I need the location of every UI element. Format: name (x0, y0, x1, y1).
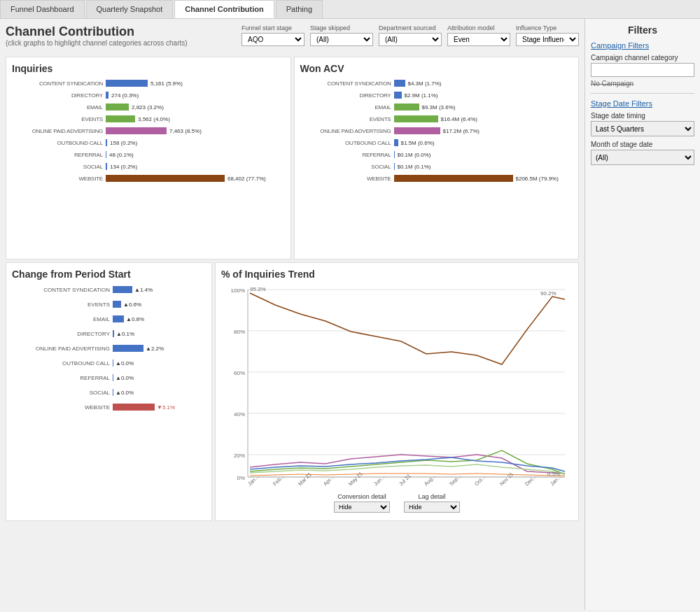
list-item: CONTENT SYNDICATION 5,161 (5.9%) (12, 78, 285, 88)
month-label: Month of stage date (591, 141, 694, 148)
bar-value: $2.9M (1.1%) (405, 92, 438, 99)
list-item: ONLINE PAID ADVERTISING $17.2M (6.7%) (300, 126, 573, 136)
bar-label: ONLINE PAID ADVERTISING (12, 128, 103, 134)
month-select[interactable]: (All) (591, 150, 694, 165)
stage-skipped-select[interactable]: (All) (310, 33, 373, 46)
change-panel: Change from Period Start CONTENT SYNDICA… (6, 262, 212, 521)
bar-value: $1.5M (0.6%) (401, 140, 435, 146)
stage-date-timing-select[interactable]: Last 5 Quarters (591, 121, 694, 136)
bar-label: EVENTS (300, 116, 391, 122)
svg-text:60%: 60% (234, 370, 245, 376)
list-item: CONTENT SYNDICATION $4.3M (1.7%) (300, 78, 573, 88)
bar-value: 5,161 (5.9%) (150, 80, 183, 87)
bar-label: OUTBOUND CALL (12, 140, 103, 146)
bar-label: WEBSITE (300, 176, 391, 182)
bar-value: 68,402 (77.7%) (227, 176, 266, 182)
change-bar-label: ONLINE PAID ADVERTISING (12, 346, 110, 352)
change-value: ▲0.8% (126, 316, 144, 322)
bar-value: $206.5M (79.9%) (516, 176, 559, 182)
inquiries-chart: CONTENT SYNDICATION 5,161 (5.9%) DIRECTO… (12, 78, 285, 183)
change-value: ▲1.4% (134, 287, 153, 293)
attribution-filter: Attribution model Even (447, 24, 510, 46)
bar-label: SOCIAL (12, 164, 103, 170)
svg-text:40%: 40% (234, 411, 245, 418)
svg-text:95.3%: 95.3% (250, 286, 266, 292)
list-item: OUTBOUND CALL ▲0.0% (12, 357, 206, 369)
change-bar-label: EMAIL (12, 316, 110, 322)
change-value: ▲0.6% (123, 301, 141, 308)
inquiries-panel: Inquiries CONTENT SYNDICATION 5,161 (5.9… (6, 57, 291, 259)
campaign-filters-link[interactable]: Campaign Filters (591, 41, 694, 50)
change-value: ▲0.0% (115, 360, 134, 367)
list-item: DIRECTORY ▲0.1% (12, 328, 206, 339)
tab-channel-contribution[interactable]: Channel Contribution (174, 0, 274, 18)
change-bar-label: WEBSITE (12, 404, 110, 411)
list-item: EMAIL 2,823 (3.2%) (12, 102, 285, 112)
svg-text:Aug...: Aug... (423, 473, 437, 487)
list-item: ONLINE PAID ADVERTISING ▲2.2% (12, 343, 206, 354)
tab-funnel-dashboard[interactable]: Funnel Dashboard (0, 0, 85, 18)
stage-skipped-label: Stage skipped (310, 24, 373, 31)
lag-detail-select[interactable]: Hide (404, 501, 460, 513)
list-item: REFERRAL $0.1M (0.0%) (300, 150, 573, 159)
change-bar-label: EVENTS (12, 301, 110, 308)
svg-text:Sep...: Sep... (448, 473, 462, 487)
svg-text:Jul 21: Jul 21 (398, 473, 412, 488)
svg-text:Jun...: Jun... (372, 474, 386, 487)
bar-value: $0.1M (0.1%) (398, 164, 431, 170)
list-item: OUTBOUND CALL 158 (0.2%) (12, 138, 285, 148)
campaign-channel-input[interactable] (591, 63, 694, 77)
change-title: Change from Period Start (12, 269, 206, 280)
list-item: CONTENT SYNDICATION ▲1.4% (12, 284, 206, 295)
funnel-start-label: Funnel start stage (241, 24, 304, 31)
bar-value: 274 (0.3%) (111, 92, 139, 99)
svg-text:20%: 20% (234, 453, 245, 459)
conversion-detail-select[interactable]: Hide (334, 501, 390, 513)
won-acv-title: Won ACV (300, 63, 573, 74)
tab-quarterly-snapshot[interactable]: Quarterly Snapshot (86, 0, 174, 18)
stage-date-filters-link[interactable]: Stage Date Filters (591, 99, 694, 108)
svg-text:May 21: May 21 (347, 471, 364, 488)
bar-value: 3,562 (4.0%) (138, 116, 170, 122)
svg-text:Oct...: Oct... (473, 474, 486, 487)
list-item: SOCIAL $0.1M (0.1%) (300, 162, 573, 171)
stage-skipped-filter: Stage skipped (All) (310, 24, 373, 46)
list-item: REFERRAL ▲0.0% (12, 372, 206, 383)
svg-text:100%: 100% (231, 287, 245, 294)
dept-sourced-label: Department sourced (379, 24, 442, 31)
svg-text:80%: 80% (234, 329, 245, 335)
list-item: WEBSITE 68,402 (77.7%) (12, 173, 285, 183)
attribution-select[interactable]: Even (447, 33, 510, 46)
change-bar-label: CONTENT SYNDICATION (12, 287, 110, 293)
bar-value: 158 (0.2%) (110, 140, 137, 146)
lag-detail-label: Lag detail (418, 493, 445, 500)
change-value: ▼5.1% (157, 404, 175, 411)
tab-bar: Funnel Dashboard Quarterly Snapshot Chan… (0, 0, 700, 19)
list-item: REFERRAL 48 (0.1%) (12, 150, 285, 159)
bar-label: DIRECTORY (12, 92, 103, 99)
won-acv-chart: CONTENT SYNDICATION $4.3M (1.7%) DIRECTO… (300, 78, 573, 183)
list-item: WEBSITE $206.5M (79.9%) (300, 173, 573, 183)
list-item: EVENTS ▲0.6% (12, 299, 206, 310)
dept-sourced-select[interactable]: (All) (379, 33, 442, 46)
bar-label: OUTBOUND CALL (300, 140, 391, 146)
bar-label: CONTENT SYNDICATION (12, 80, 103, 87)
funnel-start-filter: Funnel start stage AQO (241, 24, 304, 46)
bar-value: 7,463 (8.5%) (169, 128, 202, 134)
trend-title: % of Inquiries Trend (221, 269, 573, 280)
influence-select[interactable]: Stage Influence (516, 33, 579, 46)
change-value: ▲0.0% (115, 390, 134, 396)
svg-text:0%: 0% (237, 475, 245, 481)
tab-pathing[interactable]: Pathing (276, 0, 323, 18)
list-item: DIRECTORY $2.9M (1.1%) (300, 90, 573, 100)
change-bar-label: OUTBOUND CALL (12, 360, 110, 367)
list-item: EVENTS 3,562 (4.0%) (12, 114, 285, 124)
list-item: SOCIAL 134 (0.2%) (12, 162, 285, 171)
change-bar-label: DIRECTORY (12, 331, 110, 337)
bar-value: $9.3M (3.6%) (422, 104, 456, 111)
list-item: DIRECTORY 274 (0.3%) (12, 90, 285, 100)
change-value: ▲2.2% (146, 346, 164, 352)
change-value: ▲0.1% (116, 331, 134, 337)
list-item: EMAIL ▲0.8% (12, 313, 206, 325)
funnel-start-select[interactable]: AQO (241, 33, 304, 46)
